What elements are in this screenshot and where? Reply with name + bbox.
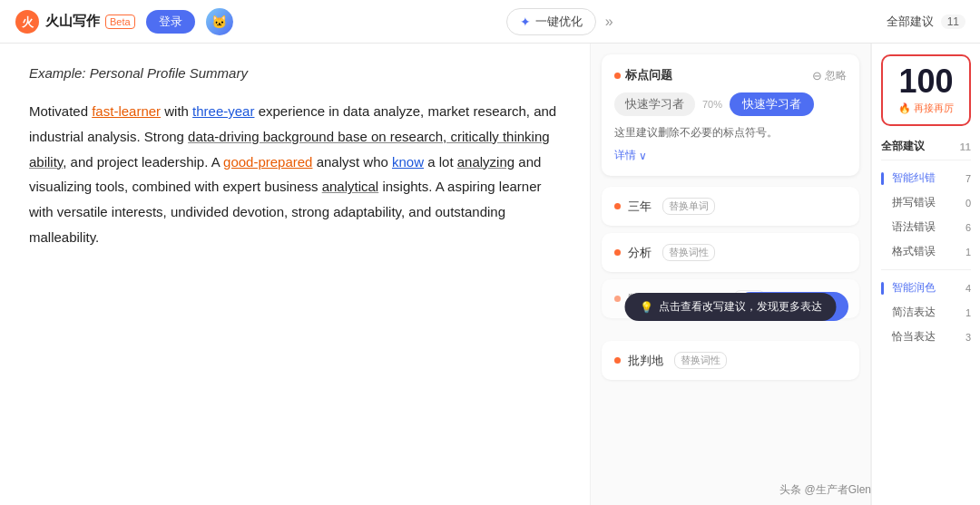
avatar[interactable]: 🐱 bbox=[206, 8, 233, 35]
ignore-label: 忽略 bbox=[825, 68, 847, 83]
navbar: 火 火山写作 Beta 登录 🐱 ✦ 一键优化 » 全部建议 11 bbox=[0, 0, 980, 44]
polish-count: 4 bbox=[965, 283, 971, 294]
all-suggestions-label: 全部建议 bbox=[881, 139, 925, 154]
suggestions-count: 11 bbox=[941, 15, 965, 29]
tooltip-bar: 💡 点击查看改写建议，发现更多表达 bbox=[625, 293, 837, 321]
highlight-analytical: analytical bbox=[322, 179, 379, 194]
sidebar-item-spelling[interactable]: 拼写错误 0 bbox=[881, 190, 971, 215]
card-tag: 标点问题 bbox=[614, 67, 672, 83]
suggestions-label: 全部建议 bbox=[887, 14, 934, 30]
grammar-label: 语法错误 bbox=[892, 219, 936, 235]
item-label-0: 三年 bbox=[628, 199, 652, 215]
right-sidebar: 100 🔥 再接再厉 全部建议 11 智能纠错 7 拼写错误 0 语法错误 6 bbox=[871, 44, 980, 505]
highlight-good-prepared: good-prepared bbox=[223, 154, 312, 170]
chevron-down-icon: ∨ bbox=[639, 150, 647, 162]
concise-label: 简洁表达 bbox=[892, 305, 936, 320]
highlight-fast-learner: fast-learner bbox=[92, 103, 161, 119]
sidebar-item-format[interactable]: 格式错误 1 bbox=[881, 239, 971, 264]
highlight-analyzing: analyzing bbox=[457, 154, 514, 170]
word-chips: 快速学习者 70% 快速学习者 bbox=[614, 92, 847, 116]
suggestion-item-0[interactable]: 三年 替换单词 bbox=[602, 187, 859, 226]
navbar-right: 全部建议 11 bbox=[887, 14, 965, 30]
dot-icon bbox=[614, 73, 621, 79]
suggestion-item-1[interactable]: 分析 替换词性 bbox=[602, 233, 859, 272]
replace-tag-0: 替换单词 bbox=[662, 198, 715, 215]
tooltip-text: 点击查看改写建议，发现更多表达 bbox=[659, 299, 822, 315]
chip-original: 快速学习者 bbox=[614, 92, 695, 116]
ignore-circle-icon: ⊖ bbox=[812, 69, 822, 83]
logo-area: 火 火山写作 Beta bbox=[15, 9, 135, 34]
card-header: 标点问题 ⊖ 忽略 bbox=[614, 67, 847, 83]
sidebar-item-smart-correction[interactable]: 智能纠错 7 bbox=[881, 166, 971, 190]
active-bar2 bbox=[881, 282, 884, 295]
replace-tag-1: 替换词性 bbox=[662, 244, 715, 261]
divider2 bbox=[881, 269, 971, 270]
smart-correction-label: 智能纠错 bbox=[892, 170, 936, 186]
expand-icon[interactable]: » bbox=[605, 14, 613, 30]
all-suggestions-count: 11 bbox=[960, 141, 971, 152]
chip-suggested[interactable]: 快速学习者 bbox=[730, 92, 814, 116]
score-subtitle: 🔥 再接再厉 bbox=[890, 102, 962, 115]
svg-text:火: 火 bbox=[21, 15, 34, 29]
format-count: 1 bbox=[965, 247, 971, 257]
concise-count: 1 bbox=[965, 307, 971, 318]
watermark: 头条 @生产者Glen bbox=[779, 482, 871, 498]
appropriate-count: 3 bbox=[965, 332, 971, 343]
suggestion-card-punctuation: 标点问题 ⊖ 忽略 快速学习者 70% 快速学习者 这里建议删除不必要的标点符号… bbox=[602, 54, 859, 176]
highlight-know: know bbox=[392, 154, 424, 170]
card-tag-label: 标点问题 bbox=[625, 67, 672, 83]
smart-correction-count: 7 bbox=[965, 173, 971, 184]
format-label: 格式错误 bbox=[892, 244, 936, 259]
detail-label: 详情 bbox=[614, 148, 636, 163]
logo-icon: 火 bbox=[15, 9, 40, 34]
suggestion-item-3[interactable]: 批判地 替换词性 bbox=[602, 341, 859, 380]
dot-icon bbox=[614, 203, 621, 209]
divider bbox=[881, 160, 971, 160]
sidebar-item-appropriate[interactable]: 恰当表达 3 bbox=[881, 325, 971, 349]
card-description: 这里建议删除不必要的标点符号。 bbox=[614, 125, 847, 141]
grammar-count: 6 bbox=[965, 222, 971, 233]
all-suggestions-title: 全部建议 11 bbox=[881, 139, 971, 154]
beta-badge: Beta bbox=[105, 15, 135, 29]
editor-area[interactable]: Example: Personal Profile Summary Motiva… bbox=[0, 44, 590, 505]
item-label-3: 批判地 bbox=[628, 353, 663, 369]
ignore-button[interactable]: ⊖ 忽略 bbox=[812, 68, 847, 83]
detail-link[interactable]: 详情 ∨ bbox=[614, 148, 847, 163]
logo-text: 火山写作 bbox=[45, 13, 100, 30]
item-label-1: 分析 bbox=[628, 245, 652, 261]
dot-icon bbox=[614, 357, 621, 364]
dot-icon bbox=[614, 296, 621, 302]
doc-title: Example: Personal Profile Summary bbox=[29, 65, 561, 81]
suggestion-panel: 标点问题 ⊖ 忽略 快速学习者 70% 快速学习者 这里建议删除不必要的标点符号… bbox=[590, 44, 871, 505]
chip-score: 70% bbox=[702, 99, 722, 110]
highlight-three-year: three-year bbox=[192, 103, 254, 119]
main-content: Example: Personal Profile Summary Motiva… bbox=[0, 44, 980, 505]
navbar-center: ✦ 一键优化 » bbox=[244, 8, 876, 35]
login-button[interactable]: 登录 bbox=[146, 10, 195, 34]
score-box: 100 🔥 再接再厉 bbox=[881, 54, 971, 126]
polish-label: 智能润色 bbox=[892, 280, 936, 296]
sidebar-item-grammar[interactable]: 语法错误 6 bbox=[881, 215, 971, 239]
fire-icon: 🔥 bbox=[898, 102, 911, 114]
active-bar bbox=[881, 172, 884, 185]
optimize-label: 一键优化 bbox=[535, 14, 583, 30]
star-icon: ✦ bbox=[520, 15, 531, 29]
score-number: 100 bbox=[890, 65, 962, 98]
appropriate-label: 恰当表达 bbox=[892, 329, 936, 345]
sidebar-item-concise[interactable]: 简洁表达 1 bbox=[881, 300, 971, 325]
spelling-label: 拼写错误 bbox=[892, 195, 936, 210]
original-word: 快速学习者 bbox=[625, 97, 684, 111]
sidebar-item-polish[interactable]: 智能润色 4 bbox=[881, 276, 971, 300]
spelling-count: 0 bbox=[965, 198, 971, 209]
dot-icon bbox=[614, 249, 621, 256]
doc-content: Motivated fast-learner with three-year e… bbox=[29, 99, 561, 250]
optimize-button[interactable]: ✦ 一键优化 bbox=[506, 8, 596, 35]
bulb-icon: 💡 bbox=[640, 301, 653, 314]
score-sub-text: 再接再厉 bbox=[914, 102, 954, 115]
replace-tag-3: 替换词性 bbox=[674, 352, 727, 369]
